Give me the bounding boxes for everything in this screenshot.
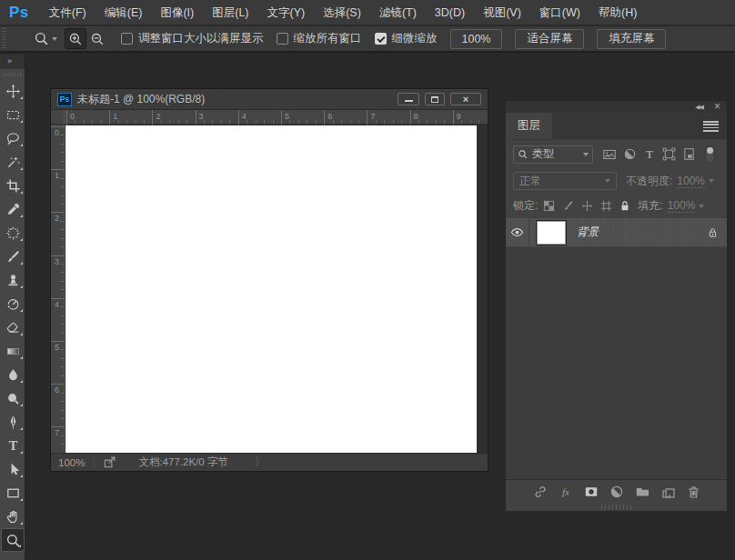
- menu-select[interactable]: 选择(S): [314, 0, 370, 25]
- resize-windows-to-fit-checkbox[interactable]: 调整窗口大小以满屏显示: [121, 31, 264, 46]
- brush-tool[interactable]: [0, 245, 25, 268]
- filter-shape-layers-icon[interactable]: [662, 147, 676, 161]
- horizontal-ruler[interactable]: 0123456789: [65, 110, 488, 125]
- menu-bar: Ps 文件(F) 编辑(E) 图像(I) 图层(L) 文字(Y) 选择(S) 滤…: [0, 0, 735, 25]
- layer-thumbnail[interactable]: [537, 221, 566, 245]
- layer-name: 背景: [577, 225, 708, 240]
- pen-tool[interactable]: [0, 410, 25, 434]
- new-layer-icon[interactable]: [661, 485, 676, 499]
- vertical-ruler[interactable]: 01234567: [51, 125, 65, 453]
- add-layer-mask-icon[interactable]: [584, 485, 599, 499]
- delete-layer-icon[interactable]: [687, 485, 700, 499]
- opacity-value[interactable]: 100%: [677, 175, 705, 188]
- path-selection-tool[interactable]: [0, 457, 25, 481]
- blend-mode-select[interactable]: 正常: [513, 172, 617, 190]
- filter-adjustment-layers-icon[interactable]: [623, 147, 637, 161]
- export-share-icon[interactable]: [103, 455, 116, 469]
- menu-edit[interactable]: 编辑(E): [96, 0, 152, 25]
- checkbox-label: 细微缩放: [392, 31, 438, 46]
- panel-menu-icon[interactable]: [703, 121, 719, 132]
- lasso-tool[interactable]: [0, 126, 25, 150]
- menu-filter[interactable]: 滤镜(T): [370, 0, 426, 25]
- close-button[interactable]: ×: [450, 93, 481, 105]
- minimize-button[interactable]: [398, 93, 419, 105]
- panel-resize-grip[interactable]: [506, 503, 727, 511]
- clone-stamp-tool[interactable]: [0, 268, 25, 292]
- zoom-out-mode-button[interactable]: [86, 28, 108, 49]
- tools-panel: » T: [0, 55, 25, 560]
- ruler-number: 4: [55, 298, 59, 309]
- lock-artboard-icon[interactable]: [600, 200, 612, 212]
- menu-file[interactable]: 文件(F): [40, 0, 96, 25]
- lock-transparency-icon[interactable]: [543, 200, 555, 212]
- status-divider: [94, 456, 95, 468]
- toggle-knob: [707, 147, 713, 154]
- toolbar-grip[interactable]: [4, 71, 21, 78]
- document-ps-icon: Ps: [57, 93, 72, 106]
- menu-view[interactable]: 视图(V): [474, 0, 530, 25]
- layers-tab[interactable]: 图层: [506, 113, 552, 139]
- collapse-panel-icon[interactable]: ◀◀: [695, 104, 703, 110]
- rectangular-marquee-tool[interactable]: [0, 103, 25, 126]
- dodge-tool[interactable]: [0, 386, 25, 410]
- layer-filtering-toggle[interactable]: [705, 145, 715, 164]
- document-title-bar[interactable]: Ps 未标题-1 @ 100%(RGB/8) ×: [51, 89, 488, 110]
- menu-window[interactable]: 窗口(W): [530, 0, 589, 25]
- status-zoom-field[interactable]: 100%: [58, 457, 85, 468]
- lock-position-icon[interactable]: [581, 200, 593, 212]
- svg-text:T: T: [646, 148, 653, 161]
- menu-image[interactable]: 图像(I): [151, 0, 203, 25]
- fill-value[interactable]: 100%: [668, 199, 696, 213]
- new-adjustment-layer-icon[interactable]: [609, 485, 624, 499]
- filter-smart-objects-icon[interactable]: [682, 147, 696, 161]
- filter-type-layers-icon[interactable]: T: [643, 148, 656, 161]
- new-group-icon[interactable]: [635, 485, 650, 499]
- link-layers-icon[interactable]: [533, 485, 548, 499]
- fit-screen-button[interactable]: 适合屏幕: [515, 29, 584, 49]
- hand-tool[interactable]: [0, 505, 25, 528]
- document-status-bar: 100% 文档:477.2K/0 字节 〉: [51, 453, 488, 471]
- canvas-pasteboard: [65, 125, 488, 453]
- menu-type[interactable]: 文字(Y): [258, 0, 315, 25]
- ruler-number: 2: [152, 113, 160, 121]
- lock-all-icon[interactable]: [619, 200, 630, 212]
- rectangle-shape-tool[interactable]: [0, 481, 25, 505]
- gradient-tool[interactable]: [0, 339, 25, 363]
- menu-help[interactable]: 帮助(H): [589, 0, 646, 25]
- layer-style-fx-icon[interactable]: fx: [559, 485, 573, 499]
- zoom-tool-icon: [34, 31, 49, 46]
- zoom-in-mode-button[interactable]: [65, 28, 86, 49]
- actual-size-button[interactable]: 100%: [450, 29, 503, 49]
- tool-preset-picker[interactable]: [34, 31, 57, 46]
- fill-screen-button[interactable]: 填充屏幕: [597, 29, 666, 49]
- crop-tool[interactable]: [0, 174, 25, 197]
- history-brush-tool[interactable]: [0, 292, 25, 315]
- layer-filter-kind-select[interactable]: 类型: [513, 145, 593, 164]
- toolbar-collapse-button[interactable]: »: [0, 55, 25, 69]
- lock-image-pixels-icon[interactable]: [562, 200, 574, 212]
- menu-layer[interactable]: 图层(L): [203, 0, 257, 25]
- eraser-tool[interactable]: [0, 315, 25, 339]
- zoom-tool[interactable]: [1, 528, 25, 552]
- filter-pixel-layers-icon[interactable]: [602, 147, 617, 162]
- status-options-chevron[interactable]: 〉: [256, 455, 263, 470]
- magic-wand-tool[interactable]: [0, 150, 25, 174]
- blur-tool[interactable]: [0, 363, 25, 386]
- maximize-button[interactable]: [425, 93, 445, 105]
- options-bar-grip[interactable]: [2, 28, 6, 50]
- scrubby-zoom-checkbox[interactable]: 细微缩放: [375, 31, 438, 46]
- type-tool[interactable]: T: [0, 434, 25, 457]
- lock-label: 锁定:: [513, 198, 538, 214]
- patch-tool[interactable]: [0, 221, 25, 245]
- layer-visibility-toggle[interactable]: [506, 218, 529, 247]
- layer-row-background[interactable]: 背景: [506, 218, 727, 247]
- grip-lines: [601, 505, 632, 509]
- document-size-info: 文档:477.2K/0 字节: [138, 455, 227, 469]
- ruler-origin-corner[interactable]: [51, 110, 65, 125]
- menu-3d[interactable]: 3D(D): [426, 0, 474, 25]
- eyedropper-tool[interactable]: [0, 197, 25, 221]
- document-canvas[interactable]: [65, 125, 477, 453]
- close-panel-icon[interactable]: ×: [714, 101, 720, 112]
- zoom-all-windows-checkbox[interactable]: 缩放所有窗口: [277, 31, 362, 46]
- move-tool[interactable]: [0, 79, 25, 103]
